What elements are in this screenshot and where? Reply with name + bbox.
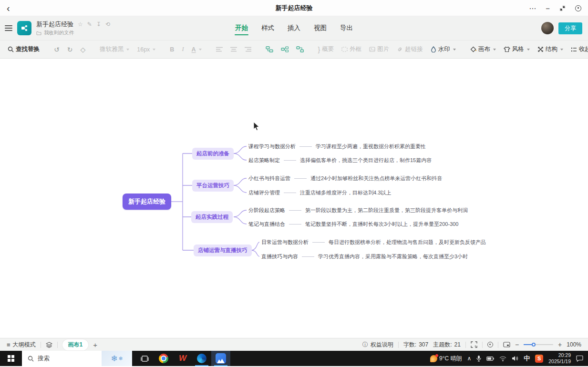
tab-view[interactable]: 视图 — [313, 22, 327, 34]
sogou-ime-icon[interactable]: S — [535, 355, 543, 363]
image-icon — [369, 47, 375, 52]
taskbar-mindmap-app-icon[interactable] — [211, 351, 230, 366]
zoom-slider-knob[interactable] — [532, 343, 536, 347]
taskbar-clock[interactable]: 20:29 2025/1/19 — [548, 352, 571, 365]
font-size-select[interactable]: 16px — [135, 45, 157, 54]
mindmap-leaf-node[interactable]: 店铺评分管理注重店铺多维度评分，目标达到4.3以上 — [248, 188, 391, 197]
volume-tray-icon[interactable] — [512, 356, 518, 361]
mindmap-leaf-node[interactable]: 课程学习与数据分析学习课程至少两遍，重视数据分析积累的重要性 — [248, 142, 426, 151]
align-right-button[interactable] — [243, 45, 253, 53]
note-connector — [289, 224, 301, 224]
minimap-icon[interactable] — [503, 342, 510, 347]
tab-insert[interactable]: 插入 — [287, 22, 301, 34]
zoom-out-button[interactable]: − — [515, 341, 519, 348]
taskbar-edge-icon[interactable] — [192, 351, 211, 366]
fullscreen-icon[interactable] — [471, 341, 477, 348]
taskbar-wps-icon[interactable]: W — [173, 351, 192, 366]
insert-sibling-node-button[interactable] — [264, 45, 275, 54]
rename-icon[interactable]: ✎ — [87, 21, 92, 27]
mindmap-leaf-node[interactable]: 小红书与抖音运营通过24小时加够粉丝和关注热点榜单来运营小红书和抖音 — [248, 174, 442, 183]
redo-button[interactable]: ↻ — [65, 45, 75, 54]
locate-center-button[interactable] — [487, 342, 493, 347]
format-painter-button[interactable]: ◇ — [78, 45, 87, 54]
bold-button[interactable]: B — [168, 45, 176, 54]
collapse-button[interactable]: 收起 — [569, 44, 588, 55]
window-more-button[interactable]: ⋯ — [529, 5, 536, 12]
tab-start[interactable]: 开始 — [235, 22, 248, 34]
history-icon[interactable]: ⟲ — [105, 21, 110, 27]
mindmap-branch-node[interactable]: 起店前的准备 — [192, 148, 234, 160]
zoom-in-button[interactable]: + — [558, 341, 562, 348]
align-left-button[interactable] — [214, 45, 225, 53]
mindmap-leaf-node[interactable]: 日常运营与数据分析每日进行数据榜单分析，处理物流与售后问题，及时更新负反馈产品 — [261, 238, 486, 246]
taskbar-search-input[interactable]: 搜索 — [22, 351, 102, 366]
taskbar-chrome-icon[interactable] — [154, 351, 173, 366]
sibling-node-icon — [266, 46, 273, 52]
mindmap-leaf-node[interactable]: 直播技巧与内容学习优秀直播内容，采用露脸与不露脸策略，每次直播至少3小时 — [261, 252, 468, 261]
mindmap-branch-node[interactable]: 平台运营技巧 — [192, 180, 234, 192]
tray-expand-button[interactable]: ∧ — [467, 355, 471, 362]
start-button[interactable] — [0, 351, 22, 366]
tab-style[interactable]: 样式 — [261, 22, 275, 34]
mindmap-leaf-node[interactable]: 分阶段起店策略第一阶段以数量为主，第二阶段注重质量，第三阶段提升客单价与利润 — [248, 206, 468, 214]
chrome-icon — [159, 354, 168, 363]
notification-center-button[interactable] — [576, 355, 583, 362]
menubar: 新手起店经验 ☆ ✎ ↧ ⟲ 我收到的文件 开始 样式 插入 视图 导出 分享 — [0, 16, 588, 40]
task-view-button[interactable] — [135, 351, 154, 366]
canvas-tab-1[interactable]: 画布1 — [62, 339, 89, 350]
document-location[interactable]: 我收到的文件 — [36, 30, 110, 36]
undo-button[interactable]: ↺ — [52, 45, 62, 54]
outline-mode-button[interactable]: ≡ 大纲模式 — [7, 341, 36, 349]
word-count: 字数:307 — [403, 341, 428, 349]
zoom-level: 100% — [567, 341, 581, 348]
rights-info-button[interactable]: ⓘ 权益说明 — [362, 341, 393, 349]
taskbar-weather-widget[interactable]: ❄ ❄ — [102, 351, 132, 366]
wifi-tray-icon[interactable] — [499, 356, 506, 361]
mindmap-canvas[interactable]: 新手起店经验 起店前的准备 平台运营技巧 起店实践过程 店铺运营与直播技巧 课程… — [0, 59, 588, 338]
font-color-button[interactable]: A — [190, 45, 204, 54]
favorite-star-icon[interactable]: ☆ — [78, 21, 83, 27]
user-avatar[interactable] — [541, 22, 554, 34]
battery-tray-icon[interactable] — [486, 357, 494, 361]
snowflake-icon: ❄ — [119, 356, 123, 362]
mindmap-branch-node[interactable]: 起店实践过程 — [191, 211, 233, 223]
note-connector — [289, 210, 301, 211]
share-button[interactable]: 分享 — [558, 22, 582, 34]
mindmap-root-node[interactable]: 新手起店经验 — [123, 194, 171, 210]
layers-icon[interactable] — [46, 342, 52, 348]
topic-count: 主题数:21 — [433, 341, 461, 349]
microphone-tray-icon[interactable] — [476, 355, 481, 362]
weather-tray-item[interactable]: 9°C 晴朗 — [430, 355, 462, 363]
watermark-button[interactable]: 水印 — [429, 44, 458, 55]
wps-icon: W — [179, 354, 186, 363]
insert-parent-node-button[interactable] — [294, 45, 306, 54]
font-family-select[interactable]: 微软雅黑 — [98, 44, 131, 55]
align-center-button[interactable] — [228, 45, 239, 53]
tab-export[interactable]: 导出 — [340, 22, 353, 34]
window-pin-icon[interactable] — [575, 5, 581, 11]
find-replace-button[interactable]: 查找替换 — [6, 44, 41, 55]
add-canvas-button[interactable]: + — [93, 341, 97, 349]
window-restore-icon[interactable] — [559, 5, 566, 11]
search-icon — [28, 356, 34, 362]
italic-button[interactable]: I — [180, 44, 186, 54]
download-icon[interactable]: ↧ — [96, 21, 101, 27]
boundary-button[interactable]: 外框 — [340, 44, 363, 55]
insert-child-node-button[interactable] — [279, 45, 290, 54]
document-title: 新手起店经验 — [36, 20, 73, 29]
zoom-slider[interactable] — [524, 344, 553, 345]
note-connector — [299, 146, 312, 147]
menu-hamburger-button[interactable] — [5, 25, 12, 31]
mindmap-branch-node[interactable]: 店铺运营与直播技巧 — [194, 245, 252, 256]
style-button[interactable]: 风格 — [502, 44, 532, 55]
canvas-button[interactable]: 画布 — [468, 44, 498, 55]
ime-indicator[interactable]: 中 — [524, 354, 530, 363]
mindmap-leaf-node[interactable]: 起店策略制定选择偏低客单价，挑选三个类目进行起店，制作15篇内容 — [248, 156, 432, 164]
hyperlink-button[interactable]: 超链接 — [395, 44, 425, 55]
window-minimize-button[interactable]: − — [546, 5, 550, 12]
structure-button[interactable]: 结构 — [536, 44, 565, 55]
align-center-icon — [230, 47, 237, 52]
summary-button[interactable]: }概要 — [316, 44, 336, 55]
insert-image-button[interactable]: 图片 — [367, 44, 391, 55]
mindmap-leaf-node[interactable]: 笔记与直播结合笔记数量坚持不断，直播时长每次3小时以上，提升单量至200-300 — [248, 220, 459, 228]
